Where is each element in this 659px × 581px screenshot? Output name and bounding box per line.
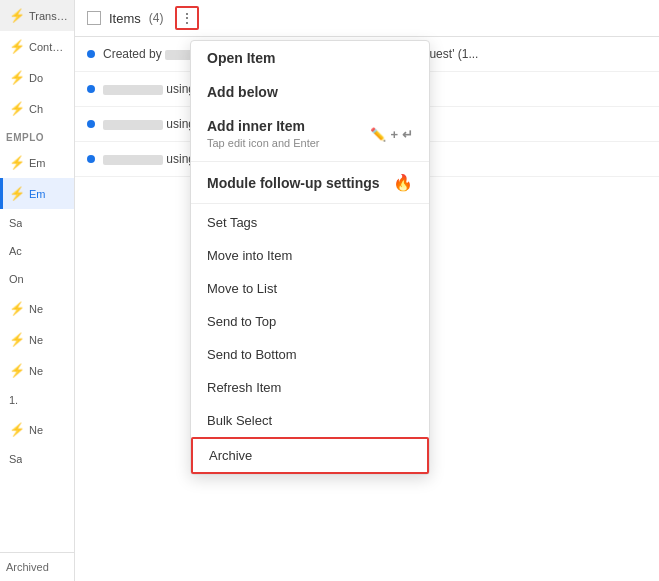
- add-below-label: Add below: [207, 84, 278, 100]
- add-inner-item-label: Add inner Item Tap edit icon and Enter: [207, 118, 320, 150]
- sidebar-item-label: Sa: [9, 217, 22, 229]
- sidebar-item-label: Em: [29, 157, 46, 169]
- context-menu-item-move-into-item[interactable]: Move into Item: [191, 239, 429, 272]
- fire-icon: 🔥: [393, 173, 413, 192]
- context-menu-item-module-followup[interactable]: Module follow-up settings 🔥: [191, 164, 429, 201]
- edit-icon: ✏️: [370, 127, 386, 142]
- sidebar-item-ac[interactable]: Ac: [0, 237, 74, 265]
- blurred-name: [103, 120, 163, 130]
- sidebar-item-em2[interactable]: ⚡ Em: [0, 178, 74, 209]
- bolt-icon: ⚡: [9, 332, 25, 347]
- sidebar-item-label: On: [9, 273, 24, 285]
- context-menu-item-open-item[interactable]: Open Item: [191, 41, 429, 75]
- sidebar-item-translation[interactable]: ⚡ Translation: [0, 0, 74, 31]
- refresh-item-label: Refresh Item: [207, 380, 281, 395]
- plus-icon: +: [390, 127, 398, 142]
- sidebar-section-header: EMPLO: [0, 124, 74, 147]
- context-menu-item-send-to-top[interactable]: Send to Top: [191, 305, 429, 338]
- items-header: Items (4) ⋮: [75, 0, 659, 37]
- list-item-dot: [87, 50, 95, 58]
- module-followup-label: Module follow-up settings: [207, 175, 380, 191]
- sidebar-item-label: Ne: [29, 303, 43, 315]
- bolt-icon: ⚡: [9, 363, 25, 378]
- sidebar-item-content-translation[interactable]: ⚡ Content Translation: [0, 31, 74, 62]
- sidebar-item-label: Content Translation: [29, 41, 68, 53]
- context-menu-item-archive[interactable]: Archive: [191, 437, 429, 474]
- main-content: Items (4) ⋮ Created by using 'New Employ…: [75, 0, 659, 581]
- list-item-dot: [87, 85, 95, 93]
- context-menu-item-add-inner-item[interactable]: Add inner Item Tap edit icon and Enter ✏…: [191, 109, 429, 159]
- context-menu-item-refresh-item[interactable]: Refresh Item: [191, 371, 429, 404]
- context-menu-trigger-button[interactable]: ⋮: [175, 6, 199, 30]
- bolt-icon: ⚡: [9, 155, 25, 170]
- sidebar-item-label: 1.: [9, 394, 18, 406]
- context-menu-item-move-to-list[interactable]: Move to List: [191, 272, 429, 305]
- open-item-label: Open Item: [207, 50, 275, 66]
- context-menu-item-set-tags[interactable]: Set Tags: [191, 206, 429, 239]
- sidebar-item-label: Em: [29, 188, 46, 200]
- blurred-name: [103, 155, 163, 165]
- send-to-top-label: Send to Top: [207, 314, 276, 329]
- sidebar-archived[interactable]: Archived: [0, 552, 74, 581]
- bolt-icon: ⚡: [9, 301, 25, 316]
- items-checkbox[interactable]: [87, 11, 101, 25]
- list-item-dot: [87, 155, 95, 163]
- context-menu-item-bulk-select[interactable]: Bulk Select: [191, 404, 429, 437]
- archive-label: Archive: [209, 448, 252, 463]
- add-inner-item-icons: ✏️ + ↵: [370, 127, 413, 142]
- sidebar-item-label: Ac: [9, 245, 22, 257]
- sidebar-item-label: Translation: [29, 10, 68, 22]
- bolt-icon: ⚡: [9, 422, 25, 437]
- bolt-icon: ⚡: [9, 39, 25, 54]
- divider: [191, 203, 429, 204]
- sidebar: ⚡ Translation ⚡ Content Translation ⚡ Do…: [0, 0, 75, 581]
- sidebar-item-ch[interactable]: ⚡ Ch: [0, 93, 74, 124]
- bolt-icon: ⚡: [9, 8, 25, 23]
- move-into-item-label: Move into Item: [207, 248, 292, 263]
- blurred-name: [103, 85, 163, 95]
- context-menu-item-add-below[interactable]: Add below: [191, 75, 429, 109]
- sidebar-item-on[interactable]: On: [0, 265, 74, 293]
- sidebar-item-sa2[interactable]: Sa: [0, 445, 74, 473]
- sidebar-item-ne2[interactable]: ⚡ Ne: [0, 324, 74, 355]
- divider: [191, 161, 429, 162]
- sidebar-item-label: Do: [29, 72, 43, 84]
- items-title: Items: [109, 11, 141, 26]
- move-to-list-label: Move to List: [207, 281, 277, 296]
- sidebar-item-label: Ch: [29, 103, 43, 115]
- bolt-icon: ⚡: [9, 186, 25, 201]
- sidebar-item-label: Ne: [29, 334, 43, 346]
- add-inner-item-sublabel: Tap edit icon and Enter: [207, 137, 320, 149]
- sidebar-item-label: Ne: [29, 365, 43, 377]
- enter-icon: ↵: [402, 127, 413, 142]
- context-menu-item-send-to-bottom[interactable]: Send to Bottom: [191, 338, 429, 371]
- list-item-dot: [87, 120, 95, 128]
- sidebar-item-1[interactable]: 1.: [0, 386, 74, 414]
- sidebar-item-label: Sa: [9, 453, 22, 465]
- send-to-bottom-label: Send to Bottom: [207, 347, 297, 362]
- bolt-icon: ⚡: [9, 70, 25, 85]
- set-tags-label: Set Tags: [207, 215, 257, 230]
- sidebar-item-label: Ne: [29, 424, 43, 436]
- sidebar-item-ne1[interactable]: ⚡ Ne: [0, 293, 74, 324]
- sidebar-item-do[interactable]: ⚡ Do: [0, 62, 74, 93]
- sidebar-item-ne3[interactable]: ⚡ Ne: [0, 355, 74, 386]
- context-menu: Open Item Add below Add inner Item Tap e…: [190, 40, 430, 475]
- bulk-select-label: Bulk Select: [207, 413, 272, 428]
- sidebar-item-sa[interactable]: Sa: [0, 209, 74, 237]
- bolt-icon: ⚡: [9, 101, 25, 116]
- sidebar-item-ne4[interactable]: ⚡ Ne: [0, 414, 74, 445]
- sidebar-item-em1[interactable]: ⚡ Em: [0, 147, 74, 178]
- items-count: (4): [149, 11, 164, 25]
